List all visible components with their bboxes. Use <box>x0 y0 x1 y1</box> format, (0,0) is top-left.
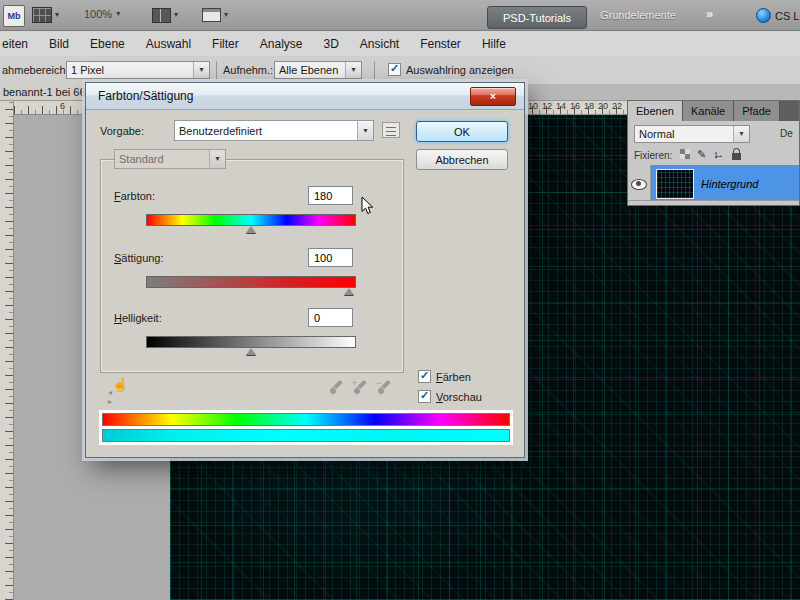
layer-row-hintergrund[interactable]: Hintergrund <box>628 165 799 203</box>
chevron-down-icon: ▾ <box>224 11 228 19</box>
minus-sign: − <box>376 378 381 388</box>
lightness-gradient-bar <box>146 336 356 348</box>
menu-item-3d[interactable]: 3D <box>323 37 338 51</box>
frames-icon <box>32 7 52 23</box>
preset-dropdown[interactable]: Benutzerdefiniert ▾ <box>174 120 374 141</box>
menu-item-bild[interactable]: Bild <box>49 37 69 51</box>
zoom-level-dropdown[interactable]: 100% ▾ <box>84 8 120 20</box>
checkmark-icon: ✓ <box>420 390 429 401</box>
ruler-number: 16 <box>570 101 580 111</box>
dialog-title: Farbton/Sättigung <box>98 89 193 103</box>
colorize-checkbox[interactable]: ✓ <box>418 370 431 383</box>
plus-sign: + <box>352 378 357 388</box>
photoshop-window: Mb ▾ 100% ▾ ▾ ▾ PSD-Tutorials Grundeleme… <box>0 0 800 600</box>
chevron-down-icon: ▾ <box>55 11 59 19</box>
colorized-result-bar <box>102 429 510 442</box>
lock-position-icon[interactable]: ↔ ↕ <box>713 148 725 160</box>
ruler-number: 20 <box>598 101 608 111</box>
preview-checkbox-row: ✓ Vorschau <box>418 390 482 403</box>
separator <box>374 61 375 80</box>
colorize-checkbox-row: ✓ Färben <box>418 370 471 383</box>
lock-paint-icon[interactable]: ✎ <box>697 149 706 160</box>
layer-thumbnail[interactable] <box>656 169 694 199</box>
ruler-number: 6 <box>60 101 65 111</box>
eyedropper-minus-icon[interactable]: − <box>376 380 392 396</box>
preset-menu-icon[interactable] <box>382 122 400 138</box>
arrange-documents-button[interactable]: ▾ <box>152 5 178 25</box>
file-badge: Mb <box>3 5 25 27</box>
cancel-button[interactable]: Abbrechen <box>416 149 508 170</box>
ruler-number: 14 <box>556 101 566 111</box>
saturation-input[interactable] <box>308 248 353 267</box>
eyedropper-icon[interactable] <box>328 380 344 396</box>
blend-mode-dropdown[interactable]: Normal ▾ <box>634 125 750 143</box>
lightness-slider-handle[interactable] <box>246 348 256 355</box>
blend-mode-value: Normal <box>635 128 733 140</box>
sample-layers-value: Alle Ebenen <box>275 64 345 76</box>
sampling-ring-checkbox[interactable]: ✓ <box>388 63 401 76</box>
v-arrow-icon: ↕ <box>713 148 719 160</box>
chevron-down-icon: ▾ <box>345 62 361 78</box>
checkmark-icon: ✓ <box>390 63 399 74</box>
hue-slider-handle[interactable] <box>246 226 256 233</box>
sample-size-label: ahmebereich: <box>2 64 69 76</box>
cs-live-icon <box>756 8 771 23</box>
eye-icon <box>631 179 647 190</box>
preset-label: Vorgabe: <box>100 125 144 137</box>
panel-tab-bar: Ebenen Kanäle Pfade <box>628 101 799 121</box>
saturation-label: Sättigung: <box>114 252 164 264</box>
menu-item-analyse[interactable]: Analyse <box>260 37 303 51</box>
ruler-number: 10 <box>528 101 538 111</box>
lock-all-icon[interactable] <box>732 153 741 160</box>
screen-mode-button[interactable]: ▾ <box>202 5 228 25</box>
workspace-overflow-chevron[interactable]: » <box>706 6 713 21</box>
menu-item-auswahl[interactable]: Auswahl <box>146 37 191 51</box>
ok-button[interactable]: OK <box>416 121 508 142</box>
channel-dropdown[interactable]: Standard ▾ <box>114 149 226 169</box>
saturation-slider-handle[interactable] <box>344 288 354 295</box>
sample-layers-dropdown[interactable]: Alle Ebenen ▾ <box>274 61 362 79</box>
arrange-documents-icon <box>152 8 171 23</box>
ruler-number: 22 <box>612 101 622 111</box>
sample-size-dropdown[interactable]: 1 Pixel ▾ <box>66 61 210 79</box>
hue-saturation-dialog: Farbton/Sättigung × Vorgabe: Benutzerdef… <box>85 82 525 458</box>
close-button[interactable]: × <box>470 87 516 106</box>
menu-item-bearbeiten[interactable]: eiten <box>2 37 28 51</box>
menu-item-fenster[interactable]: Fenster <box>420 37 461 51</box>
lightness-label: Helligkeit: <box>114 312 162 324</box>
layer-visibility-cell[interactable] <box>628 165 651 203</box>
separator <box>216 61 217 80</box>
lock-transparency-icon[interactable] <box>680 149 690 159</box>
tab-pfade[interactable]: Pfade <box>734 101 780 121</box>
ruler-number: 18 <box>584 101 594 111</box>
hue-input[interactable] <box>308 186 353 205</box>
workspace-button-psd-tutorials[interactable]: PSD-Tutorials <box>487 6 587 29</box>
original-spectrum-bar <box>102 413 510 426</box>
dialog-title-bar[interactable]: Farbton/Sättigung <box>86 83 524 110</box>
tab-ebenen[interactable]: Ebenen <box>628 101 683 121</box>
sample-label: Aufnehm.: <box>223 64 273 76</box>
menu-item-ebene[interactable]: Ebene <box>90 37 125 51</box>
layers-panel: Ebenen Kanäle Pfade Normal ▾ De Fixieren… <box>627 100 800 206</box>
document-tab-title: benannt-1 bei 66 <box>3 86 86 98</box>
menu-item-hilfe[interactable]: Hilfe <box>482 37 506 51</box>
preset-value: Benutzerdefiniert <box>175 125 357 137</box>
workspace-button-grundelemente[interactable]: Grundelemente <box>600 9 676 21</box>
menu-bar: eiten Bild Ebene Auswahl Filter Analyse … <box>0 31 800 56</box>
eyedropper-plus-icon[interactable]: + <box>352 380 368 396</box>
cs-live-button[interactable]: CS L <box>756 8 799 23</box>
channel-value: Standard <box>115 153 209 165</box>
layer-name: Hintergrund <box>701 178 758 190</box>
ruler-ticks <box>5 101 13 600</box>
chevron-down-icon: ▾ <box>733 126 749 142</box>
panel-footer <box>628 200 799 205</box>
lightness-input[interactable] <box>308 308 353 327</box>
menu-item-ansicht[interactable]: Ansicht <box>360 37 399 51</box>
vertical-ruler <box>0 101 14 600</box>
on-image-adjustment-tool[interactable]: ☝ ◂ ▸ <box>108 379 130 399</box>
hue-gradient-bar <box>146 214 356 226</box>
tab-kanaele[interactable]: Kanäle <box>683 101 734 121</box>
menu-item-filter[interactable]: Filter <box>212 37 239 51</box>
frames-tool-button[interactable]: ▾ <box>32 5 59 25</box>
preview-checkbox[interactable]: ✓ <box>418 390 431 403</box>
